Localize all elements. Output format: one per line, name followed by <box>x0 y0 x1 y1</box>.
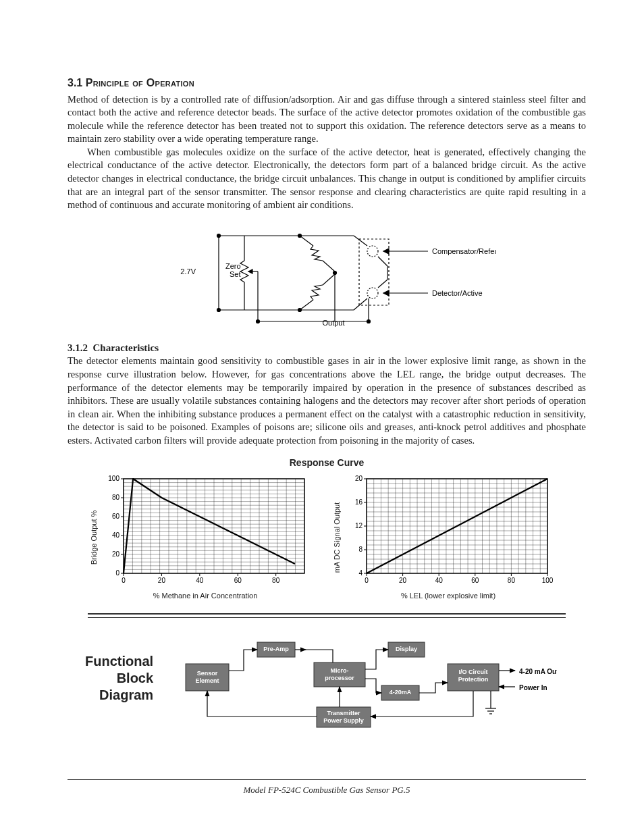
svg-text:16: 16 <box>355 498 363 506</box>
svg-text:20: 20 <box>355 475 363 482</box>
svg-point-4 <box>217 308 221 311</box>
section-heading: 3.1 Principle of Operation <box>68 76 586 90</box>
svg-line-17 <box>354 236 367 246</box>
svg-marker-6 <box>248 269 252 273</box>
svg-text:0: 0 <box>365 577 369 584</box>
svg-point-18 <box>367 246 378 257</box>
chart1-xlabel: % Methane in Air Concentration <box>101 591 310 601</box>
schematic-detector-label: Detector/Active <box>432 289 483 297</box>
svg-text:20: 20 <box>158 577 166 584</box>
fbd-mA: 4-20mA <box>390 689 412 696</box>
chart-bridge-output: Bridge Output % 020406080020406080100 % … <box>101 473 310 601</box>
svg-text:40: 40 <box>435 577 444 584</box>
fbd-display: Display <box>396 646 417 653</box>
functional-block-diagram: SensorElement Pre-Amp Micro-processor Di… <box>179 638 557 733</box>
bridge-schematic: 2.7V ZeroSet Compensator/Reference Detec… <box>158 226 495 331</box>
svg-text:80: 80 <box>508 577 516 584</box>
svg-text:0: 0 <box>122 577 126 584</box>
fbd-sensor: SensorElement <box>196 671 219 685</box>
fbd-txps: TransmitterPower Supply <box>323 710 364 725</box>
svg-text:60: 60 <box>234 577 242 584</box>
chart2-ylabel: mA DC Signal Output <box>332 502 342 573</box>
svg-line-11 <box>323 261 335 271</box>
schematic-zero-label: ZeroSet <box>225 262 241 278</box>
schematic-voltage-label: 2.7V <box>180 267 196 276</box>
subsection-title: Characteristics <box>93 342 159 353</box>
schematic-output-label: Output <box>322 319 344 327</box>
section-number: 3.1 <box>68 77 82 88</box>
page-footer: Model FP-524C Combustible Gas Sensor PG.… <box>68 779 586 796</box>
fbd-io: I/O CircuitProtection <box>458 669 489 683</box>
svg-text:4: 4 <box>358 569 363 577</box>
svg-point-3 <box>217 234 221 237</box>
svg-text:40: 40 <box>196 577 204 584</box>
svg-line-10 <box>300 236 313 246</box>
svg-line-19 <box>378 257 387 266</box>
svg-text:100: 100 <box>108 475 119 482</box>
svg-text:40: 40 <box>112 531 120 539</box>
svg-text:100: 100 <box>542 577 553 584</box>
paragraph-3: The detector elements maintain good sens… <box>68 355 586 447</box>
chart1-ylabel: Bridge Output % <box>89 510 99 565</box>
svg-line-23 <box>354 298 367 310</box>
svg-marker-29 <box>383 290 389 296</box>
divider-line <box>88 613 566 618</box>
svg-point-22 <box>367 288 378 298</box>
svg-text:60: 60 <box>471 577 479 584</box>
schematic-compensator-label: Compensator/Reference <box>432 247 495 255</box>
fbd-preamp: Pre-Amp <box>263 646 289 653</box>
svg-text:60: 60 <box>112 513 120 520</box>
paragraph-2: When combustible gas molecules oxidize o… <box>68 146 586 212</box>
subsection-heading: 3.1.2 Characteristics <box>68 341 586 355</box>
svg-rect-25 <box>359 239 389 305</box>
svg-line-13 <box>323 274 335 285</box>
fbd-powerin-label: Power In <box>519 684 547 692</box>
response-curve-title: Response Curve <box>68 457 586 469</box>
svg-text:8: 8 <box>358 546 363 553</box>
svg-text:80: 80 <box>112 494 120 501</box>
paragraph-1: Method of detection is by a controlled r… <box>68 93 586 146</box>
svg-marker-27 <box>383 249 389 254</box>
chart2-xlabel: % LEL (lower explosive limit) <box>344 591 553 601</box>
svg-line-21 <box>378 280 387 288</box>
svg-text:20: 20 <box>112 550 120 558</box>
svg-text:80: 80 <box>272 577 280 584</box>
subsection-number: 3.1.2 <box>68 342 88 353</box>
svg-text:12: 12 <box>355 522 363 529</box>
section-title: Principle of Operation <box>86 77 194 88</box>
fbd-out-label: 4-20 mA Out <box>519 668 557 675</box>
fbd-title: FunctionalBlockDiagram <box>85 653 153 704</box>
svg-line-12 <box>300 300 313 310</box>
svg-text:0: 0 <box>115 569 119 577</box>
chart-mA-output: mA DC Signal Output 02040608010048121620… <box>344 473 553 601</box>
svg-text:20: 20 <box>399 577 407 584</box>
